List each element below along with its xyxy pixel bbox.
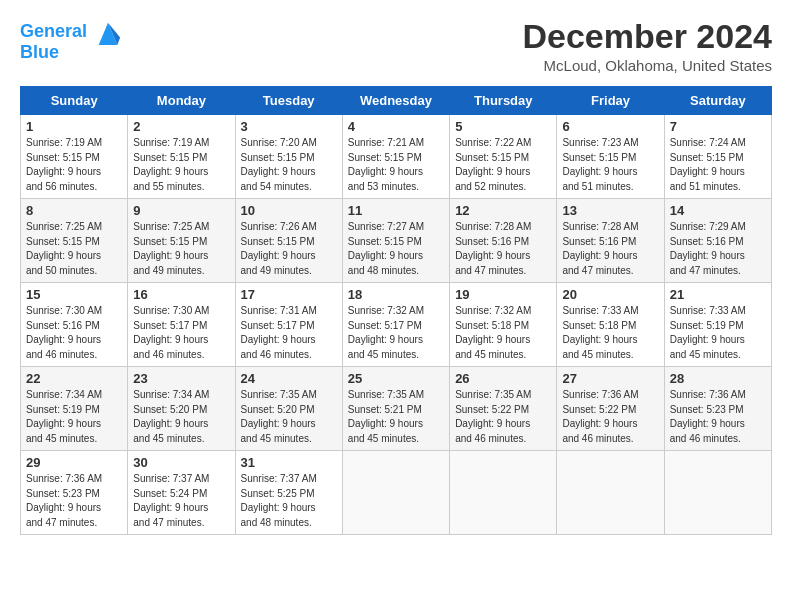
day-number: 6: [562, 119, 658, 134]
calendar-cell: 19Sunrise: 7:32 AM Sunset: 5:18 PM Dayli…: [450, 283, 557, 367]
day-info: Sunrise: 7:25 AM Sunset: 5:15 PM Dayligh…: [26, 220, 122, 278]
day-number: 7: [670, 119, 766, 134]
calendar-cell: 13Sunrise: 7:28 AM Sunset: 5:16 PM Dayli…: [557, 199, 664, 283]
day-info: Sunrise: 7:27 AM Sunset: 5:15 PM Dayligh…: [348, 220, 444, 278]
day-number: 1: [26, 119, 122, 134]
day-number: 23: [133, 371, 229, 386]
calendar-cell: 15Sunrise: 7:30 AM Sunset: 5:16 PM Dayli…: [21, 283, 128, 367]
day-info: Sunrise: 7:35 AM Sunset: 5:20 PM Dayligh…: [241, 388, 337, 446]
day-info: Sunrise: 7:37 AM Sunset: 5:24 PM Dayligh…: [133, 472, 229, 530]
calendar-cell: 4Sunrise: 7:21 AM Sunset: 5:15 PM Daylig…: [342, 115, 449, 199]
calendar-cell: 3Sunrise: 7:20 AM Sunset: 5:15 PM Daylig…: [235, 115, 342, 199]
day-info: Sunrise: 7:31 AM Sunset: 5:17 PM Dayligh…: [241, 304, 337, 362]
calendar-cell: [342, 451, 449, 535]
day-number: 29: [26, 455, 122, 470]
day-number: 3: [241, 119, 337, 134]
day-number: 4: [348, 119, 444, 134]
calendar-cell: 8Sunrise: 7:25 AM Sunset: 5:15 PM Daylig…: [21, 199, 128, 283]
day-info: Sunrise: 7:28 AM Sunset: 5:16 PM Dayligh…: [562, 220, 658, 278]
calendar-cell: 23Sunrise: 7:34 AM Sunset: 5:20 PM Dayli…: [128, 367, 235, 451]
day-number: 15: [26, 287, 122, 302]
day-info: Sunrise: 7:34 AM Sunset: 5:19 PM Dayligh…: [26, 388, 122, 446]
calendar-cell: 1Sunrise: 7:19 AM Sunset: 5:15 PM Daylig…: [21, 115, 128, 199]
calendar-cell: 12Sunrise: 7:28 AM Sunset: 5:16 PM Dayli…: [450, 199, 557, 283]
calendar-table: SundayMondayTuesdayWednesdayThursdayFrid…: [20, 86, 772, 535]
day-info: Sunrise: 7:33 AM Sunset: 5:18 PM Dayligh…: [562, 304, 658, 362]
title-block: December 2024 McLoud, Oklahoma, United S…: [522, 18, 772, 74]
day-number: 21: [670, 287, 766, 302]
day-number: 24: [241, 371, 337, 386]
day-number: 27: [562, 371, 658, 386]
day-info: Sunrise: 7:24 AM Sunset: 5:15 PM Dayligh…: [670, 136, 766, 194]
calendar-week-5: 29Sunrise: 7:36 AM Sunset: 5:23 PM Dayli…: [21, 451, 772, 535]
day-info: Sunrise: 7:19 AM Sunset: 5:15 PM Dayligh…: [26, 136, 122, 194]
calendar-cell: [664, 451, 771, 535]
calendar-cell: 20Sunrise: 7:33 AM Sunset: 5:18 PM Dayli…: [557, 283, 664, 367]
day-info: Sunrise: 7:25 AM Sunset: 5:15 PM Dayligh…: [133, 220, 229, 278]
day-number: 9: [133, 203, 229, 218]
day-info: Sunrise: 7:30 AM Sunset: 5:17 PM Dayligh…: [133, 304, 229, 362]
day-number: 30: [133, 455, 229, 470]
weekday-header-wednesday: Wednesday: [342, 87, 449, 115]
calendar-header: SundayMondayTuesdayWednesdayThursdayFrid…: [21, 87, 772, 115]
calendar-cell: 9Sunrise: 7:25 AM Sunset: 5:15 PM Daylig…: [128, 199, 235, 283]
day-info: Sunrise: 7:21 AM Sunset: 5:15 PM Dayligh…: [348, 136, 444, 194]
day-number: 25: [348, 371, 444, 386]
logo-icon: [94, 18, 122, 46]
calendar-cell: 25Sunrise: 7:35 AM Sunset: 5:21 PM Dayli…: [342, 367, 449, 451]
weekday-header-tuesday: Tuesday: [235, 87, 342, 115]
day-info: Sunrise: 7:35 AM Sunset: 5:21 PM Dayligh…: [348, 388, 444, 446]
calendar-cell: 31Sunrise: 7:37 AM Sunset: 5:25 PM Dayli…: [235, 451, 342, 535]
weekday-header-friday: Friday: [557, 87, 664, 115]
calendar-week-4: 22Sunrise: 7:34 AM Sunset: 5:19 PM Dayli…: [21, 367, 772, 451]
calendar-cell: 22Sunrise: 7:34 AM Sunset: 5:19 PM Dayli…: [21, 367, 128, 451]
weekday-header-monday: Monday: [128, 87, 235, 115]
weekday-header-sunday: Sunday: [21, 87, 128, 115]
day-number: 5: [455, 119, 551, 134]
day-number: 2: [133, 119, 229, 134]
header: General Blue December 2024 McLoud, Oklah…: [20, 18, 772, 74]
calendar-cell: 7Sunrise: 7:24 AM Sunset: 5:15 PM Daylig…: [664, 115, 771, 199]
calendar-cell: 10Sunrise: 7:26 AM Sunset: 5:15 PM Dayli…: [235, 199, 342, 283]
calendar-cell: 17Sunrise: 7:31 AM Sunset: 5:17 PM Dayli…: [235, 283, 342, 367]
calendar-cell: 21Sunrise: 7:33 AM Sunset: 5:19 PM Dayli…: [664, 283, 771, 367]
day-info: Sunrise: 7:23 AM Sunset: 5:15 PM Dayligh…: [562, 136, 658, 194]
day-number: 31: [241, 455, 337, 470]
day-number: 16: [133, 287, 229, 302]
weekday-header-thursday: Thursday: [450, 87, 557, 115]
calendar-cell: 18Sunrise: 7:32 AM Sunset: 5:17 PM Dayli…: [342, 283, 449, 367]
calendar-cell: 5Sunrise: 7:22 AM Sunset: 5:15 PM Daylig…: [450, 115, 557, 199]
calendar-cell: [450, 451, 557, 535]
day-number: 26: [455, 371, 551, 386]
calendar-week-2: 8Sunrise: 7:25 AM Sunset: 5:15 PM Daylig…: [21, 199, 772, 283]
day-info: Sunrise: 7:32 AM Sunset: 5:17 PM Dayligh…: [348, 304, 444, 362]
day-number: 19: [455, 287, 551, 302]
day-info: Sunrise: 7:29 AM Sunset: 5:16 PM Dayligh…: [670, 220, 766, 278]
day-info: Sunrise: 7:34 AM Sunset: 5:20 PM Dayligh…: [133, 388, 229, 446]
day-info: Sunrise: 7:36 AM Sunset: 5:23 PM Dayligh…: [670, 388, 766, 446]
calendar-cell: 11Sunrise: 7:27 AM Sunset: 5:15 PM Dayli…: [342, 199, 449, 283]
day-number: 20: [562, 287, 658, 302]
month-title: December 2024: [522, 18, 772, 55]
calendar-cell: 2Sunrise: 7:19 AM Sunset: 5:15 PM Daylig…: [128, 115, 235, 199]
day-number: 11: [348, 203, 444, 218]
logo: General Blue: [20, 18, 122, 63]
day-info: Sunrise: 7:37 AM Sunset: 5:25 PM Dayligh…: [241, 472, 337, 530]
day-info: Sunrise: 7:22 AM Sunset: 5:15 PM Dayligh…: [455, 136, 551, 194]
day-number: 22: [26, 371, 122, 386]
day-info: Sunrise: 7:35 AM Sunset: 5:22 PM Dayligh…: [455, 388, 551, 446]
day-info: Sunrise: 7:30 AM Sunset: 5:16 PM Dayligh…: [26, 304, 122, 362]
day-number: 8: [26, 203, 122, 218]
calendar-cell: 30Sunrise: 7:37 AM Sunset: 5:24 PM Dayli…: [128, 451, 235, 535]
calendar-cell: 28Sunrise: 7:36 AM Sunset: 5:23 PM Dayli…: [664, 367, 771, 451]
day-number: 13: [562, 203, 658, 218]
calendar-cell: [557, 451, 664, 535]
calendar-cell: 24Sunrise: 7:35 AM Sunset: 5:20 PM Dayli…: [235, 367, 342, 451]
calendar-week-1: 1Sunrise: 7:19 AM Sunset: 5:15 PM Daylig…: [21, 115, 772, 199]
day-number: 28: [670, 371, 766, 386]
calendar-cell: 26Sunrise: 7:35 AM Sunset: 5:22 PM Dayli…: [450, 367, 557, 451]
day-number: 18: [348, 287, 444, 302]
calendar-cell: 27Sunrise: 7:36 AM Sunset: 5:22 PM Dayli…: [557, 367, 664, 451]
day-number: 14: [670, 203, 766, 218]
day-number: 17: [241, 287, 337, 302]
